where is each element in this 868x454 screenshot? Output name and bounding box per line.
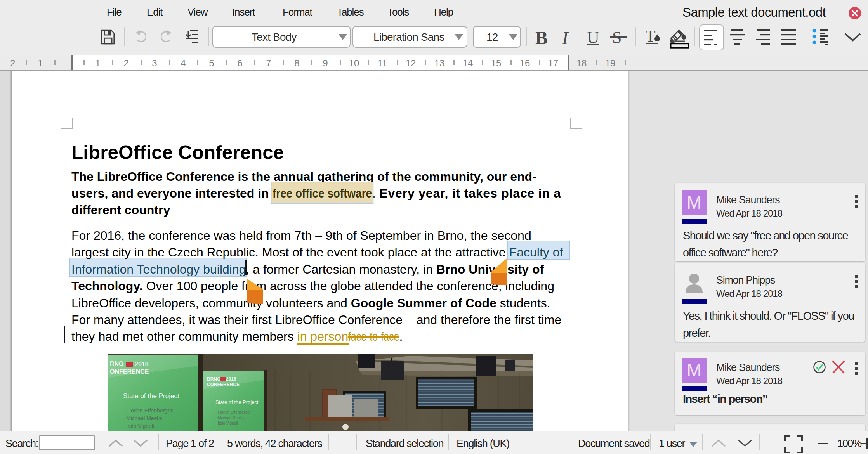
svg-text:Michael Meeks: Michael Meeks [218,416,244,420]
svg-text:Italo Vignoli: Italo Vignoli [218,421,238,425]
svg-text:2016: 2016 [226,376,236,382]
svg-text:Michael Meeks: Michael Meeks [126,415,162,421]
svg-text:2016: 2016 [135,361,149,367]
svg-text:CONFERENCE: CONFERENCE [207,382,240,387]
svg-text:State of the Project: State of the Project [123,392,179,400]
svg-text:RNO: RNO [110,360,124,367]
svg-text:Italo Vignoli: Italo Vignoli [126,423,154,429]
svg-text:Florian Effenberger: Florian Effenberger [218,410,251,414]
svg-text:State of the Project: State of the Project [215,399,259,405]
svg-text:ONFERENCE: ONFERENCE [110,368,149,375]
svg-text:Florian Effenberger: Florian Effenberger [126,407,173,414]
svg-text:BRNO: BRNO [207,376,220,382]
